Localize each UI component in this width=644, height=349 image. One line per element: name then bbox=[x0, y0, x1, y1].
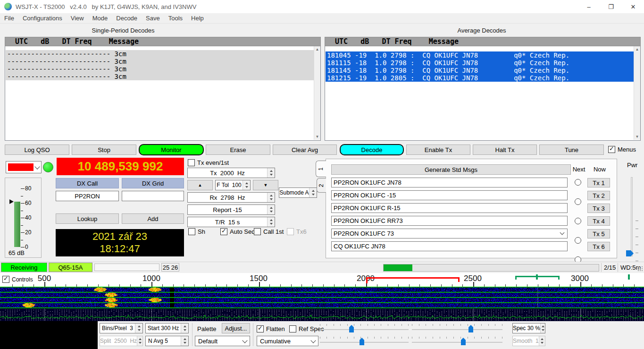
spin-down-icon[interactable] bbox=[542, 329, 544, 331]
menu-file[interactable]: File bbox=[0, 15, 18, 22]
pwr-slider-groove[interactable] bbox=[631, 177, 633, 256]
ref-spec-checkbox[interactable]: Ref Spec bbox=[289, 325, 324, 332]
spectrum-zero-slider[interactable] bbox=[412, 342, 502, 343]
stop-button[interactable]: Stop bbox=[72, 145, 136, 155]
decode-row[interactable]: 181215 -19 1.0 2805 : CQ OK1UFC JN78 q0*… bbox=[326, 74, 636, 82]
decode-row[interactable]: -------------------------- 3cm bbox=[6, 73, 316, 80]
log-qso-button[interactable]: Log QSO bbox=[5, 145, 69, 155]
tx-message-1-input[interactable] bbox=[331, 178, 568, 187]
submode-spinner[interactable]: Submode A bbox=[279, 187, 317, 198]
flatten-checkbox[interactable]: Flatten bbox=[257, 325, 285, 332]
spin-down-icon[interactable] bbox=[184, 342, 186, 344]
freq-up-button[interactable]: ▲ bbox=[187, 180, 213, 190]
decode-row[interactable]: -------------------------- 3cm bbox=[6, 50, 316, 58]
checkbox-box[interactable] bbox=[289, 325, 296, 332]
spinner-arrows[interactable] bbox=[267, 217, 275, 227]
spinner-arrows[interactable] bbox=[135, 323, 142, 333]
tx-freq-spinner[interactable]: Tx 2000 Hz bbox=[187, 168, 275, 178]
tab-1[interactable]: 1 bbox=[316, 161, 326, 177]
tx-message-2-input[interactable] bbox=[331, 190, 568, 200]
checkbox-box[interactable] bbox=[254, 228, 261, 235]
start-freq-spinner[interactable]: Start 300 Hz bbox=[145, 323, 189, 333]
tx1-button[interactable]: Tx 1 bbox=[587, 178, 610, 187]
waterfall-gain-slider[interactable] bbox=[320, 329, 409, 330]
halt-tx-button[interactable]: Halt Tx bbox=[473, 145, 537, 155]
scrollbar[interactable]: ▲▼ bbox=[314, 46, 320, 140]
decode-row[interactable]: -------------------------- 3cm bbox=[6, 65, 316, 73]
menu-decode[interactable]: Decode bbox=[112, 15, 142, 22]
dx-grid-input[interactable] bbox=[122, 191, 184, 201]
tx3-button[interactable]: Tx 3 bbox=[587, 204, 610, 213]
menu-configurations[interactable]: Configurations bbox=[18, 15, 67, 22]
spin-up-icon[interactable] bbox=[270, 219, 273, 221]
tx-message-5-combo[interactable] bbox=[331, 229, 568, 238]
palette-adjust-button[interactable]: Adjust... bbox=[222, 323, 250, 333]
spin-down-icon[interactable] bbox=[184, 329, 186, 331]
spinner-arrows[interactable] bbox=[267, 193, 275, 202]
n-avg-spinner[interactable]: N Avg 5 bbox=[145, 336, 189, 346]
spec-percent-spinner[interactable]: Spec 30 % bbox=[512, 323, 545, 333]
decode-button[interactable]: Decode bbox=[340, 144, 404, 155]
checkbox-box[interactable] bbox=[257, 325, 264, 332]
close-button[interactable]: ✕ bbox=[625, 0, 641, 13]
spin-up-icon[interactable] bbox=[184, 338, 186, 340]
tx-even-checkbox[interactable]: Tx even/1st bbox=[188, 159, 229, 166]
scroll-down-icon[interactable]: ▼ bbox=[316, 135, 319, 139]
spin-down-icon[interactable] bbox=[270, 223, 273, 225]
dx-call-header[interactable]: DX Call bbox=[56, 178, 119, 188]
sh-checkbox[interactable]: Sh bbox=[188, 228, 205, 235]
tx-message-3-input[interactable] bbox=[331, 203, 568, 213]
spin-up-icon[interactable] bbox=[542, 325, 544, 327]
generate-std-msgs-button[interactable]: Generate Std Msgs bbox=[331, 164, 571, 175]
scroll-up-icon[interactable]: ▲ bbox=[636, 47, 639, 51]
auto-seq-checkbox[interactable]: Auto Seq bbox=[220, 228, 255, 235]
menu-view[interactable]: View bbox=[67, 15, 88, 22]
spin-up-icon[interactable] bbox=[312, 190, 315, 192]
decode-row[interactable]: 181145 -18 1.0 2798 : CQ OK1UFC JN78 q0*… bbox=[326, 67, 636, 74]
tab-2[interactable]: 2 bbox=[317, 178, 326, 193]
spin-down-icon[interactable] bbox=[138, 329, 141, 331]
tx-message-6-input[interactable] bbox=[331, 241, 568, 251]
next-radio-tx2[interactable] bbox=[575, 198, 581, 205]
spectrum-mode-select[interactable]: Cumulative bbox=[257, 336, 318, 346]
checkbox-box[interactable] bbox=[220, 228, 227, 235]
checkbox-box[interactable] bbox=[608, 146, 615, 153]
next-radio-tx4[interactable] bbox=[575, 237, 581, 244]
rx-freq-spinner[interactable]: Rx 2798 Hz bbox=[187, 192, 275, 203]
next-radio-tx1[interactable] bbox=[575, 179, 581, 186]
spin-down-icon[interactable] bbox=[270, 198, 273, 200]
freq-down-button[interactable]: ▼ bbox=[253, 180, 278, 190]
clear-avg-button[interactable]: Clear Avg bbox=[273, 145, 337, 155]
spin-up-icon[interactable] bbox=[138, 325, 141, 327]
scrollbar[interactable]: ▲▼ bbox=[634, 46, 640, 140]
spin-down-icon[interactable] bbox=[245, 186, 248, 188]
spin-up-icon[interactable] bbox=[270, 170, 273, 172]
spin-down-icon[interactable] bbox=[312, 194, 315, 196]
menu-save[interactable]: Save bbox=[142, 15, 164, 22]
scroll-down-icon[interactable]: ▼ bbox=[636, 135, 639, 139]
spinner-arrows[interactable] bbox=[243, 180, 250, 190]
tx2-button[interactable]: Tx 2 bbox=[587, 191, 610, 200]
erase-button[interactable]: Erase bbox=[206, 145, 270, 155]
dx-grid-header[interactable]: DX Grid bbox=[122, 178, 184, 188]
tune-button[interactable]: Tune bbox=[539, 145, 604, 155]
spin-up-icon[interactable] bbox=[270, 195, 273, 196]
menu-help[interactable]: Help bbox=[187, 15, 208, 22]
spinner-arrows[interactable] bbox=[540, 323, 545, 333]
spinner-arrows[interactable] bbox=[181, 336, 188, 346]
scroll-up-icon[interactable]: ▲ bbox=[316, 47, 319, 51]
tx5-button[interactable]: Tx 5 bbox=[587, 229, 610, 238]
spin-up-icon[interactable] bbox=[184, 325, 186, 327]
band-select[interactable] bbox=[6, 161, 42, 173]
spinner-arrows[interactable] bbox=[309, 188, 317, 197]
menu-mode[interactable]: Mode bbox=[88, 15, 112, 22]
waterfall-display[interactable] bbox=[0, 287, 644, 321]
tr-period-spinner[interactable]: T/R 15 s bbox=[187, 217, 275, 227]
palette-select[interactable]: Default bbox=[195, 336, 250, 346]
frequency-display[interactable]: 10 489,539 992 bbox=[57, 158, 184, 175]
spin-up-icon[interactable] bbox=[270, 207, 273, 209]
tx4-button[interactable]: Tx 4 bbox=[587, 216, 610, 226]
spin-up-icon[interactable] bbox=[245, 182, 248, 184]
call-1st-checkbox[interactable]: Call 1st bbox=[254, 228, 284, 235]
add-button[interactable]: Add bbox=[122, 213, 184, 224]
